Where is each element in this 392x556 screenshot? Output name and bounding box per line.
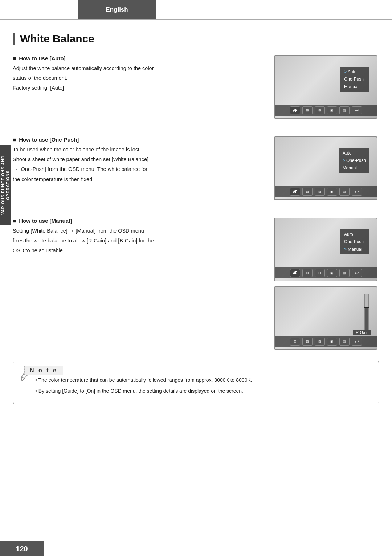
osd-menu-onepush: Auto One-Push Manual: [339, 148, 369, 173]
onepush-para-3: → [One-Push] from the OSD menu. The whit…: [13, 165, 267, 173]
osd-manual-item-2: Manual: [343, 164, 366, 172]
section-manual-images: Auto One-Push Manual AF ⊞ ⊡ ▣ ▤ ↩: [274, 218, 379, 350]
osd-btn4-2[interactable]: ▣: [327, 188, 337, 196]
manual-para-2: fixes the white balance to allow [R-Gain…: [13, 237, 267, 245]
sidebar-text: VARIOUS FUNCTIONS AND OPERATIONS: [1, 145, 10, 225]
section-onepush-heading: How to use [One-Push]: [13, 136, 267, 143]
divider-2: [13, 211, 379, 211]
note-bullet-2: By setting [Guide] to [On] in the OSD me…: [35, 387, 371, 396]
top-divider: [0, 19, 392, 20]
osd-screen-manual: Auto One-Push Manual AF ⊞ ⊡ ▣ ▤ ↩: [274, 218, 377, 281]
osd-screen-auto: Auto One-Push Manual AF ⊞ ⊡ ▣ ▤ ↩: [274, 55, 377, 119]
osd-auto-item: Auto: [344, 68, 366, 75]
osd-btn5[interactable]: ▤: [339, 106, 350, 114]
osd-btn4-rgain[interactable]: ▣: [327, 338, 337, 346]
osd-menu-auto: Auto One-Push Manual: [340, 67, 369, 92]
auto-para-3: Factory setting: [Auto]: [13, 84, 267, 92]
osd-icons-onepush: AF ⊞ ⊡ ▣ ▤ ↩: [275, 186, 377, 197]
onepush-para-2: Shoot a sheet of white paper and then se…: [13, 155, 267, 164]
osd-manual-item: Manual: [344, 83, 366, 90]
sidebar-label: VARIOUS FUNCTIONS AND OPERATIONS: [0, 145, 11, 225]
osd-btn5-3[interactable]: ▤: [339, 269, 350, 277]
osd-btn2-rgain[interactable]: ⊞: [302, 338, 313, 346]
osd-btn2-3[interactable]: ⊞: [302, 269, 313, 277]
osd-return-btn-3[interactable]: ↩: [352, 269, 362, 277]
osd-af-btn[interactable]: AF: [290, 106, 300, 114]
osd-icons-rgain: ⊟ ⊞ ⊡ ▣ ▤ ↩: [275, 336, 377, 347]
divider-1: [13, 130, 379, 130]
language-label: English: [106, 6, 128, 13]
note-title: N o t e: [24, 366, 63, 375]
osd-auto-item-2: Auto: [343, 150, 366, 157]
rgain-label: R-Gain: [353, 330, 371, 335]
section-manual-text: How to use [Manual] Setting [White Balan…: [13, 218, 274, 257]
section-auto-heading: How to use [Auto]: [13, 55, 267, 61]
rgain-indicator: [364, 307, 369, 308]
section-onepush: How to use [One-Push] To be used when th…: [13, 136, 379, 200]
rgain-bar-track: [364, 294, 369, 330]
osd-menu-manual: Auto One-Push Manual: [340, 229, 369, 254]
auto-para-2: status of the document.: [13, 74, 267, 82]
osd-btn4-3[interactable]: ▣: [327, 269, 337, 277]
onepush-para-1: To be used when the color balance of the…: [13, 146, 267, 154]
rgain-bar-fill: [365, 308, 368, 330]
osd-btn1-rgain[interactable]: ⊟: [290, 338, 300, 346]
note-body: The color temperature that can be automa…: [35, 376, 371, 396]
page-number: 120: [16, 545, 28, 553]
manual-para-3: OSD to be adjustable.: [13, 246, 267, 255]
svg-line-0: [21, 377, 25, 378]
section-onepush-image: Auto One-Push Manual AF ⊞ ⊡ ▣ ▤ ↩: [274, 136, 379, 200]
osd-screen-rgain: R-Gain ⊟ ⊞ ⊡ ▣ ▤ ↩: [274, 286, 377, 350]
osd-manual-item-3: Manual: [344, 246, 366, 253]
osd-screen-onepush: Auto One-Push Manual AF ⊞ ⊡ ▣ ▤ ↩: [274, 136, 377, 200]
osd-btn2[interactable]: ⊞: [302, 106, 313, 114]
osd-auto-item-3: Auto: [344, 231, 366, 238]
osd-btn4[interactable]: ▣: [327, 106, 337, 114]
page-title: White Balance: [20, 33, 379, 45]
section-auto-image: Auto One-Push Manual AF ⊞ ⊡ ▣ ▤ ↩: [274, 55, 379, 119]
osd-af-btn-2[interactable]: AF: [290, 188, 300, 196]
osd-return-btn[interactable]: ↩: [352, 106, 362, 114]
osd-btn3-3[interactable]: ⊡: [315, 269, 325, 277]
onepush-para-4: the color temperature is then fixed.: [13, 175, 267, 184]
osd-btn3-2[interactable]: ⊡: [315, 188, 325, 196]
bottom-divider: [0, 541, 392, 541]
osd-return-btn-rgain[interactable]: ↩: [352, 338, 362, 346]
page-number-bar: 120: [0, 541, 44, 556]
osd-onepush-item-3: One-Push: [344, 238, 366, 245]
osd-af-btn-3[interactable]: AF: [290, 269, 300, 277]
osd-btn5-rgain[interactable]: ▤: [339, 338, 350, 346]
note-bullet-1: The color temperature that can be automa…: [35, 376, 371, 385]
osd-icons-auto: AF ⊞ ⊡ ▣ ▤ ↩: [275, 105, 377, 116]
language-tab: English: [78, 0, 156, 19]
osd-btn2-2[interactable]: ⊞: [302, 188, 313, 196]
section-onepush-text: How to use [One-Push] To be used when th…: [13, 136, 274, 185]
note-box: N o t e The color temperature that can b…: [13, 361, 379, 404]
auto-para-1: Adjust the white balance automatically a…: [13, 64, 267, 73]
manual-para-1: Setting [White Balance] → [Manual] from …: [13, 227, 267, 235]
osd-btn5-2[interactable]: ▤: [339, 188, 350, 196]
osd-btn3[interactable]: ⊡: [315, 106, 325, 114]
osd-icons-manual: AF ⊞ ⊡ ▣ ▤ ↩: [275, 267, 377, 278]
osd-onepush-item-2: One-Push: [343, 157, 366, 164]
section-manual-heading: How to use [Manual]: [13, 218, 267, 224]
main-content: White Balance How to use [Auto] Adjust t…: [13, 25, 379, 404]
section-auto: How to use [Auto] Adjust the white balan…: [13, 55, 379, 119]
page-title-wrapper: White Balance: [13, 33, 379, 45]
osd-onepush-item: One-Push: [344, 75, 366, 83]
osd-btn3-rgain[interactable]: ⊡: [315, 338, 325, 346]
section-manual: How to use [Manual] Setting [White Balan…: [13, 218, 379, 350]
section-auto-text: How to use [Auto] Adjust the white balan…: [13, 55, 274, 94]
osd-return-btn-2[interactable]: ↩: [352, 188, 362, 196]
